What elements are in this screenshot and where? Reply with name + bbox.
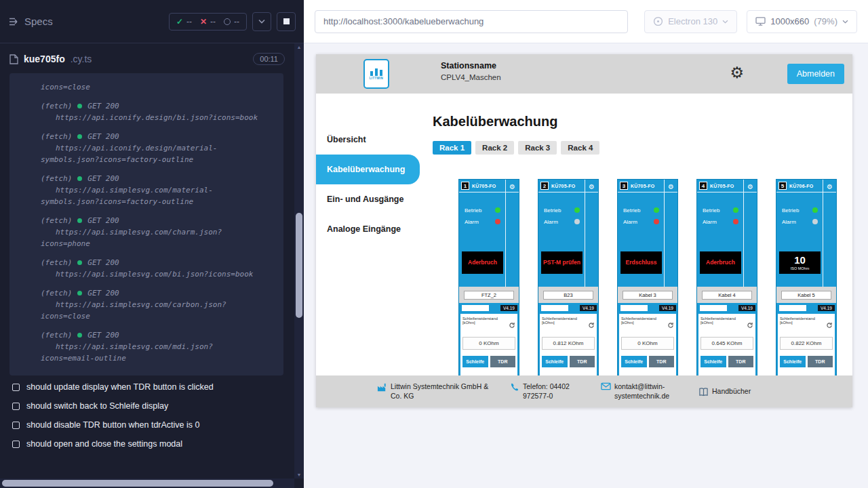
- viewport-selector[interactable]: 1000x660 (79%): [747, 10, 857, 33]
- schleife-button[interactable]: Schleife: [780, 356, 806, 367]
- tab-rack-2[interactable]: Rack 2: [475, 141, 514, 155]
- firmware-version: V4.19: [580, 305, 597, 311]
- network-log-entry[interactable]: (fetch) GET 200 https://api.simplesvg.co…: [41, 287, 264, 322]
- card-model-label: KÜ705-FO: [631, 184, 654, 188]
- network-log-entry[interactable]: (fetch) GET 200 https://api.simplesvg.co…: [41, 257, 264, 280]
- sidebar-item-ein-und-ausgaenge[interactable]: Ein- und Ausgänge: [316, 184, 422, 214]
- card-settings-icon[interactable]: ⚙: [827, 183, 833, 190]
- device-card: 4 KÜ705-FO ⚙ Betrieb Alarm Aderbruch Kab…: [696, 179, 757, 375]
- version-blank-box: [462, 305, 489, 311]
- tdr-button[interactable]: TDR: [808, 356, 833, 367]
- status-label: GET 200: [87, 100, 119, 112]
- vertical-scrollbar-thumb[interactable]: [296, 213, 302, 318]
- measurement-panel: Schleifenwiderstand [kOhm] 0 KOhm Schlei…: [460, 314, 517, 375]
- url-input[interactable]: [315, 10, 628, 33]
- sidebar-item-kabelueberwachung[interactable]: Kabelüberwachung: [316, 155, 420, 184]
- app-footer: Littwin Systemtechnik GmbH & Co. KG Tele…: [316, 375, 852, 407]
- cable-name[interactable]: B23: [543, 291, 593, 300]
- cable-band: Kabel 4: [697, 287, 757, 303]
- command-log[interactable]: icons=close (fetch) GET 200 https://api.…: [9, 73, 283, 375]
- measurement-panel: Schleifenwiderstand [kOhm] 0.645 KOhm Sc…: [698, 314, 755, 375]
- stop-button[interactable]: [277, 12, 296, 31]
- scroll-up-icon[interactable]: ▲: [294, 45, 304, 49]
- tdr-button[interactable]: TDR: [649, 356, 675, 367]
- specs-nav[interactable]: Specs: [8, 16, 53, 27]
- sidebar-item-analoge-eingaenge[interactable]: Analoge Eingänge: [316, 214, 422, 244]
- card-settings-icon[interactable]: ⚙: [509, 183, 515, 190]
- test-checkbox-icon: [12, 384, 20, 391]
- browser-url-bar: Electron 130 1000x660 (79%): [304, 0, 868, 43]
- alarm-label: Alarm: [703, 219, 717, 225]
- network-log-entry[interactable]: icons=close: [41, 81, 264, 93]
- card-side-strip: ⚙: [664, 180, 677, 287]
- test-item[interactable]: should switch back to Schleife display: [12, 401, 289, 411]
- refresh-icon[interactable]: [509, 319, 515, 331]
- resistance-label: Schleifenwiderstand [kOhm]: [542, 317, 588, 325]
- refresh-icon[interactable]: [667, 319, 674, 331]
- horizontal-scrollbar-thumb[interactable]: [2, 480, 273, 487]
- schleife-button[interactable]: Schleife: [621, 356, 647, 367]
- cable-name[interactable]: Kabel 3: [623, 291, 673, 300]
- test-item[interactable]: should update display when TDR button is…: [12, 382, 289, 392]
- measurement-panel: Schleifenwiderstand [kOhm] 0.812 KOhm Sc…: [540, 314, 597, 375]
- device-card: 3 KÜ705-FO ⚙ Betrieb Alarm Erdschluss Ka…: [617, 179, 678, 375]
- betrieb-led: [733, 207, 738, 213]
- status-display: Erdschluss: [620, 251, 662, 274]
- schleife-button[interactable]: Schleife: [701, 356, 726, 367]
- logout-button[interactable]: Abmelden: [787, 64, 844, 84]
- iso-unit: ISO MOhm: [791, 266, 810, 270]
- network-log-entry[interactable]: (fetch) GET 200 https://api.iconify.desi…: [41, 100, 264, 123]
- resistance-label: Schleifenwiderstand [kOhm]: [780, 317, 826, 325]
- schleife-button[interactable]: Schleife: [542, 356, 568, 367]
- resistance-label: Schleifenwiderstand [kOhm]: [701, 317, 747, 325]
- card-side-strip: ⚙: [743, 180, 757, 287]
- refresh-icon[interactable]: [747, 319, 753, 331]
- viewport-zoom: (79%): [814, 16, 837, 26]
- tdr-button[interactable]: TDR: [728, 356, 754, 367]
- betrieb-label: Betrieb: [465, 207, 481, 214]
- firmware-version: V4.19: [659, 305, 676, 311]
- refresh-icon[interactable]: [826, 319, 833, 331]
- scroll-down-icon[interactable]: ▼: [294, 472, 304, 477]
- spec-file-extension: .cy.ts: [71, 54, 92, 64]
- book-icon: [698, 387, 709, 396]
- network-log-entry[interactable]: (fetch) GET 200 https://api.simplesvg.co…: [41, 173, 264, 207]
- network-log-entry[interactable]: (fetch) GET 200 https://api.simplesvg.co…: [41, 329, 264, 364]
- tab-rack-1[interactable]: Rack 1: [433, 141, 471, 155]
- tdr-button[interactable]: TDR: [490, 356, 516, 367]
- resistance-value: 0 KOhm: [621, 337, 674, 350]
- tdr-button[interactable]: TDR: [570, 356, 595, 367]
- footer-phone: Telefon: 04402 972577-0: [510, 382, 589, 401]
- page-title: Kabelüberwachung: [433, 114, 852, 129]
- request-url: https://api.simplesvg.com/mdi.json?icons…: [41, 341, 264, 364]
- network-log-entry[interactable]: (fetch) GET 200 https://api.simplesvg.co…: [41, 215, 264, 249]
- alarm-led: [654, 219, 659, 224]
- settings-gear-icon[interactable]: ⚙: [730, 64, 744, 82]
- sidebar-item-uebersicht[interactable]: Übersicht: [316, 125, 422, 155]
- tab-rack-3[interactable]: Rack 3: [518, 141, 557, 155]
- tab-rack-4[interactable]: Rack 4: [561, 141, 599, 155]
- betrieb-label: Betrieb: [544, 207, 561, 214]
- phone-icon: [510, 382, 519, 392]
- horizontal-scrollbar[interactable]: [0, 479, 294, 488]
- vertical-scrollbar[interactable]: ▲ ▼: [294, 43, 304, 479]
- resistance-value: 0.812 KOhm: [542, 337, 595, 350]
- card-settings-icon[interactable]: ⚙: [668, 183, 674, 190]
- cable-name[interactable]: Kabel 5: [781, 291, 831, 300]
- collapse-button[interactable]: [252, 12, 271, 31]
- test-item[interactable]: should disable TDR button when tdrActive…: [12, 420, 289, 430]
- footer-email[interactable]: kontakt@littwin-systemtechnik.de: [601, 382, 686, 401]
- spec-file-row[interactable]: kue705fo .cy.ts 00:11: [0, 49, 294, 69]
- cable-band: B23: [538, 287, 598, 303]
- test-item[interactable]: should open and close the settings modal: [12, 439, 289, 449]
- footer-manuals[interactable]: Handbücher: [698, 387, 751, 396]
- card-settings-icon[interactable]: ⚙: [747, 183, 753, 190]
- card-settings-icon[interactable]: ⚙: [589, 183, 595, 190]
- network-log-entry[interactable]: (fetch) GET 200 https://api.iconify.desi…: [41, 131, 264, 165]
- cable-name[interactable]: FTZ_2: [464, 291, 514, 300]
- browser-selector[interactable]: Electron 130: [644, 10, 737, 33]
- refresh-icon[interactable]: [588, 319, 595, 331]
- cable-name[interactable]: Kabel 4: [702, 291, 752, 300]
- schleife-button[interactable]: Schleife: [462, 356, 488, 367]
- status-label: GET 200: [87, 131, 119, 142]
